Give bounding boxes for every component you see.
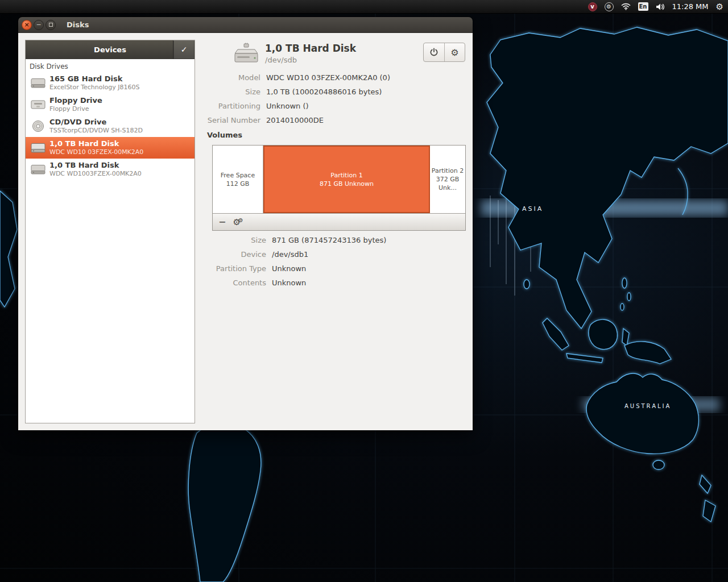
keyboard-layout-indicator[interactable]: En [638, 2, 648, 11]
drive-menu-button[interactable]: ⚙ [444, 43, 465, 61]
segment-line2: 112 GB [226, 180, 250, 188]
volume-segment-partition-2[interactable]: Partition 2 372 GB Unk... [430, 146, 465, 213]
drive-properties: Model WDC WD10 03FZEX-00MK2A0 (0) Size 1… [195, 70, 473, 127]
wifi-icon[interactable] [621, 3, 631, 10]
property-row: Serial Number 2014010000DE [195, 113, 473, 127]
drive-header: 1,0 TB Hard Disk /dev/sdb [233, 33, 465, 67]
segment-line1: Partition 2 [432, 167, 464, 175]
gears-icon-small: ⚙ [238, 217, 243, 223]
device-title: 1,0 TB Hard Disk [49, 139, 143, 148]
volumes-heading: Volumes [207, 131, 473, 139]
sidebar-item-text: 165 GB Hard Disk ExcelStor Technology J8… [49, 74, 140, 92]
desktop: ASIA AUSTRALIA v ⚙ En [0, 0, 728, 582]
property-row: Partition Type Unknown [195, 261, 473, 276]
device-title: Floppy Drive [49, 96, 102, 105]
property-value: 2014010000DE [266, 113, 324, 127]
device-subtitle: ExcelStor Technology J8160S [49, 84, 140, 92]
drive-action-buttons: ⚙ [423, 43, 465, 62]
volume-segment-free-space[interactable]: Free Space 112 GB [213, 146, 263, 213]
devices-header-label: Devices [94, 45, 126, 54]
sidebar-item-text: CD/DVD Drive TSSTcorpCD/DVDW SH-S182D [49, 118, 143, 135]
sidebar-item-1tb-disk-2[interactable]: 1,0 TB Hard Disk WDC WD1003FZEX-00MK2A0 [26, 159, 195, 180]
devices-sidebar: Devices ✓ Disk Drives 165 GB Hard Disk [25, 40, 195, 423]
v-indicator-icon[interactable]: v [588, 2, 597, 11]
segment-line2: 871 GB Unknown [320, 180, 374, 188]
property-label: Partitioning [195, 99, 260, 113]
panel-indicators: v ⚙ En 11:28 [588, 0, 723, 13]
optical-drive-icon [29, 119, 47, 133]
maximize-icon [49, 23, 53, 27]
disks-window: × − Disks Devices ✓ Disk Drives [18, 17, 473, 430]
session-menu-gear-icon[interactable]: ⚙ [716, 2, 723, 12]
drive-device-path: /dev/sdb [265, 56, 356, 64]
device-subtitle: Floppy Drive [49, 105, 102, 113]
property-label: Model [195, 70, 260, 85]
property-row: Contents Unknown [195, 276, 473, 290]
sidebar-item-text: 1,0 TB Hard Disk WDC WD10 03FZEX-00MK2A0 [49, 139, 143, 156]
device-title: 1,0 TB Hard Disk [49, 161, 142, 170]
property-label: Serial Number [195, 113, 260, 127]
window-body: Devices ✓ Disk Drives 165 GB Hard Disk [18, 33, 473, 430]
sidebar-item-165gb-disk[interactable]: 165 GB Hard Disk ExcelStor Technology J8… [26, 72, 195, 94]
property-value: WDC WD10 03FZEX-00MK2A0 (0) [266, 70, 390, 85]
titlebar[interactable]: × − Disks [18, 17, 473, 33]
session-circle-gear-icon[interactable]: ⚙ [605, 2, 614, 11]
window-title: Disks [67, 20, 89, 29]
sidebar-item-text: Floppy Drive Floppy Drive [49, 96, 102, 113]
property-value: Unknown [272, 276, 306, 290]
minimize-button[interactable]: − [34, 20, 44, 30]
property-value: 871 GB (871457243136 bytes) [272, 233, 386, 247]
volume-segment-partition-1-selected[interactable]: Partition 1 871 GB Unknown [263, 146, 430, 213]
volumes-widget: Free Space 112 GB Partition 1 871 GB Unk… [212, 145, 466, 231]
property-value: Unknown [272, 261, 306, 276]
volume-icon[interactable] [656, 3, 665, 11]
top-panel: v ⚙ En 11:28 [0, 0, 728, 14]
power-off-button[interactable] [424, 43, 444, 61]
property-label: Device [195, 247, 266, 261]
property-value: 1,0 TB (1000204886016 bytes) [266, 85, 382, 99]
floppy-drive-icon [29, 99, 47, 111]
sidebar-item-floppy[interactable]: Floppy Drive Floppy Drive [26, 94, 195, 115]
disk-drives-section-label: Disk Drives [26, 59, 195, 72]
close-button[interactable]: × [22, 20, 32, 30]
partition-settings-button[interactable]: ⚙⚙ [233, 217, 243, 227]
property-value: /dev/sdb1 [272, 247, 308, 261]
drive-icon [233, 43, 259, 67]
multi-select-toggle-button[interactable]: ✓ [173, 40, 195, 59]
property-value: Unknown () [266, 99, 309, 113]
device-title: 165 GB Hard Disk [49, 74, 140, 84]
device-title: CD/DVD Drive [49, 118, 143, 127]
map-label-australia: AUSTRALIA [624, 403, 671, 409]
segment-line2: 372 GB Unk... [430, 175, 465, 192]
hard-disk-icon [29, 77, 47, 89]
clock[interactable]: 11:28 MM [672, 2, 709, 11]
property-row: Partitioning Unknown () [195, 99, 473, 113]
property-row: Model WDC WD10 03FZEX-00MK2A0 (0) [195, 70, 473, 85]
drive-titles: 1,0 TB Hard Disk /dev/sdb [265, 43, 356, 64]
property-label: Contents [195, 276, 266, 290]
sidebar-item-text: 1,0 TB Hard Disk WDC WD1003FZEX-00MK2A0 [49, 161, 142, 178]
device-subtitle: WDC WD1003FZEX-00MK2A0 [49, 170, 142, 178]
delete-partition-button[interactable]: − [218, 218, 226, 227]
drive-title: 1,0 TB Hard Disk [265, 43, 356, 55]
property-row: Size 871 GB (871457243136 bytes) [195, 233, 473, 247]
gear-icon: ⚙ [450, 47, 458, 58]
hard-disk-icon [29, 164, 47, 176]
sidebar-item-1tb-disk-selected[interactable]: 1,0 TB Hard Disk WDC WD10 03FZEX-00MK2A0 [26, 137, 195, 159]
volume-bar: Free Space 112 GB Partition 1 871 GB Unk… [213, 146, 465, 213]
map-label-asia: ASIA [522, 205, 543, 213]
power-icon [429, 48, 439, 57]
device-subtitle: TSSTcorpCD/DVDW SH-S182D [49, 127, 143, 135]
property-row: Size 1,0 TB (1000204886016 bytes) [195, 85, 473, 99]
device-subtitle: WDC WD10 03FZEX-00MK2A0 [49, 148, 143, 156]
segment-line1: Free Space [221, 171, 255, 180]
property-label: Size [195, 85, 260, 99]
sidebar-item-cd-dvd[interactable]: CD/DVD Drive TSSTcorpCD/DVDW SH-S182D [26, 115, 195, 137]
maximize-button[interactable] [46, 20, 56, 30]
property-label: Size [195, 233, 266, 247]
segment-line1: Partition 1 [330, 171, 362, 180]
devices-header: Devices ✓ [26, 40, 195, 59]
hard-disk-icon [29, 142, 47, 154]
volume-toolbar: − ⚙⚙ [213, 213, 465, 230]
drive-details-pane: 1,0 TB Hard Disk /dev/sdb [195, 33, 473, 430]
